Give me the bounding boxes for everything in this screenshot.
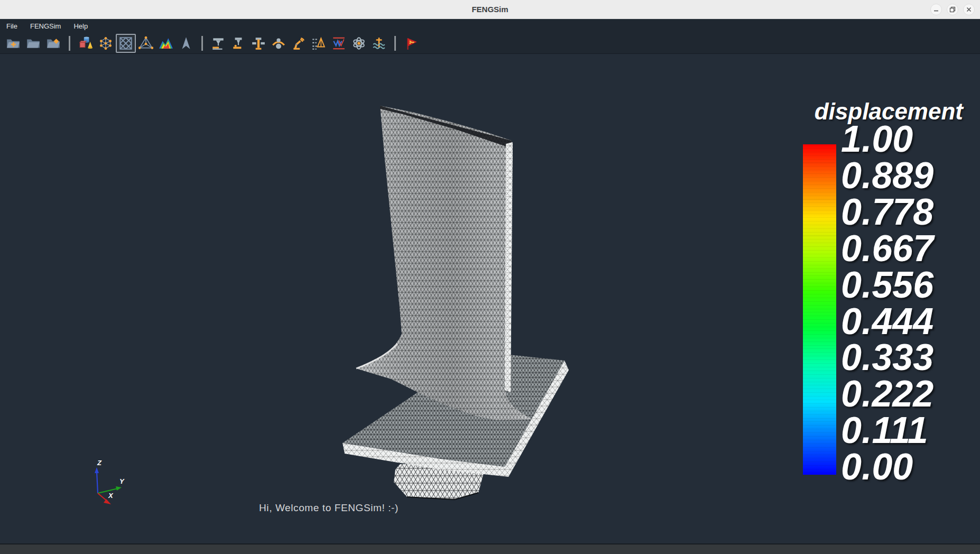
toolbar-separator (69, 36, 70, 51)
pick-button[interactable] (176, 34, 196, 53)
legend-label: 0.00 (841, 449, 933, 485)
folder-import-icon (46, 36, 61, 51)
window-controls (930, 4, 975, 15)
titlebar: FENGSim (0, 0, 980, 19)
welcome-message: Hi, Welcome to FENGSim! :-) (259, 502, 399, 514)
statusbar (0, 543, 980, 554)
blade-trailing-edge (505, 142, 513, 392)
close-icon (966, 6, 972, 13)
surface-plot-button[interactable] (156, 34, 176, 53)
machine-gantry-icon (211, 36, 226, 51)
surface-plot-icon (159, 36, 173, 51)
fengsim-flag-icon (404, 36, 419, 51)
pick-arrow-icon (179, 36, 193, 51)
mesh-grid-button[interactable] (116, 34, 136, 53)
new-project-button[interactable] (3, 34, 23, 53)
window-title: FENGSim (471, 5, 508, 14)
maximize-icon (949, 6, 956, 13)
minimize-icon (933, 6, 939, 13)
fixture-button[interactable] (248, 34, 269, 53)
legend-label: 0.556 (841, 267, 933, 303)
mesh-grid-icon (118, 36, 133, 51)
legend-label: 0.778 (841, 194, 933, 230)
tetrahedron-button[interactable] (136, 34, 156, 53)
open-file-button[interactable] (23, 34, 43, 53)
signal-wave-icon (331, 36, 346, 51)
toolbar (0, 33, 980, 54)
legend-labels: 1.00 0.889 0.778 0.667 0.556 0.444 0.333… (841, 121, 933, 485)
axis-triad: Z Y X (79, 456, 143, 519)
ocean-probe-icon (372, 36, 386, 51)
machine-tool-icon (231, 36, 246, 51)
menu-file[interactable]: File (6, 22, 17, 30)
close-button[interactable] (963, 4, 975, 15)
machine-b-button[interactable] (228, 34, 248, 53)
import-file-button[interactable] (43, 34, 63, 53)
fengsim-flag-button[interactable] (401, 34, 421, 53)
tetrahedron-icon (138, 36, 153, 51)
menu-help[interactable]: Help (73, 22, 88, 30)
robot-button[interactable] (269, 34, 289, 53)
legend-label: 0.111 (841, 412, 933, 449)
measure-scan-icon (311, 36, 326, 51)
axis-x-label: X (108, 492, 114, 500)
axis-y-label: Y (119, 477, 125, 485)
ocean-button[interactable] (369, 34, 389, 53)
menu-fengsim[interactable]: FENGSim (30, 22, 61, 30)
robot-person-icon (271, 36, 286, 51)
geometry-shapes-icon (78, 36, 93, 51)
viewport-3d: displacement 1.00 0.889 0.778 0.667 0.55… (0, 54, 980, 543)
legend-label: 0.222 (841, 376, 933, 412)
legend-label: 0.444 (841, 303, 933, 340)
menubar: File FENGSim Help (0, 19, 980, 33)
atom-icon (352, 36, 366, 51)
legend-label: 1.00 (841, 121, 933, 158)
folder-new-icon (6, 36, 21, 51)
machine-a-button[interactable] (208, 34, 228, 53)
toolbar-separator (394, 36, 396, 51)
folder-open-icon (26, 36, 41, 51)
legend-colorbar (803, 144, 836, 475)
geometry-button[interactable] (76, 34, 96, 53)
signal-button[interactable] (329, 34, 349, 53)
legend-label: 0.889 (841, 158, 933, 194)
mesh-atom-icon (98, 36, 113, 51)
robot-arm-icon (291, 36, 306, 51)
legend-label: 0.333 (841, 339, 933, 376)
toolbar-separator (201, 36, 203, 51)
mesh-atom-button[interactable] (96, 34, 116, 53)
measure-button[interactable] (309, 34, 329, 53)
fixture-cross-icon (251, 36, 266, 51)
minimize-button[interactable] (930, 4, 942, 15)
axis-z-label: Z (97, 459, 102, 467)
maximize-button[interactable] (947, 4, 958, 15)
robot-arm-button[interactable] (289, 34, 309, 53)
legend-label: 0.667 (841, 230, 933, 267)
physics-button[interactable] (349, 34, 369, 53)
